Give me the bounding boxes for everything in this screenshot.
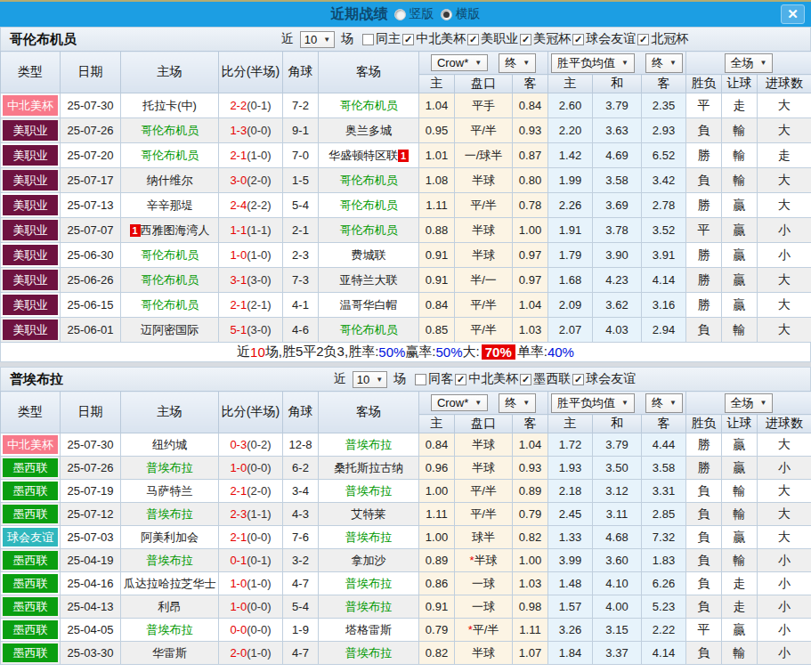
league-filter-checkbox[interactable]: ✓美冠杯 bbox=[520, 31, 571, 47]
team-name-text: 哥伦布机员 bbox=[340, 223, 398, 237]
league-filter-checkbox[interactable]: ✓墨西联 bbox=[520, 371, 571, 387]
odds-company-select[interactable]: Crow* ▼ bbox=[431, 54, 488, 71]
halftime-score: (1-0) bbox=[247, 149, 271, 162]
avg-home-cell: 1.33 bbox=[548, 526, 593, 549]
fulltime-score: 3-0 bbox=[230, 174, 247, 187]
home-team-cell: 托拉卡(中) bbox=[121, 93, 219, 118]
result-cell: 負 bbox=[686, 526, 722, 549]
checkbox-checked-icon[interactable]: ✓ bbox=[520, 374, 531, 385]
red-card-badge: 1 bbox=[130, 224, 141, 237]
result-cell: 負 bbox=[686, 572, 722, 595]
odds-home-cell: 0.79 bbox=[419, 619, 455, 642]
radio-selected-icon[interactable] bbox=[441, 9, 452, 20]
goals-result-cell: 大 bbox=[758, 503, 811, 526]
chevron-down-icon: ▼ bbox=[760, 59, 767, 67]
odds-company-select[interactable]: Crow* ▼ bbox=[431, 394, 488, 411]
avg-home-cell: 1.68 bbox=[548, 268, 593, 293]
avg-draw-cell: 3.79 bbox=[593, 93, 642, 118]
match-row: 美职业25-07-071西雅图海湾人1-1(1-1)2-1哥伦布机员0.88半球… bbox=[1, 218, 811, 243]
layout-radio-horizontal[interactable]: 横版 bbox=[441, 6, 481, 22]
summary-segment: 50% bbox=[436, 344, 463, 360]
recent-count-select[interactable]: 10 ▼ bbox=[300, 31, 335, 48]
checkbox-unchecked-icon[interactable] bbox=[415, 374, 426, 385]
home-team-cell: 纳什维尔 bbox=[121, 168, 219, 193]
avg-final-select[interactable]: 终 ▼ bbox=[645, 393, 683, 413]
home-team-cell: 哥伦布机员 bbox=[121, 268, 219, 293]
league-filter-checkbox[interactable]: ✓中北美杯 bbox=[455, 371, 518, 387]
league-filter-checkbox[interactable]: ✓美职业 bbox=[467, 31, 518, 47]
halftime-score: (0-0) bbox=[247, 600, 271, 613]
handicap-cell: 一球 bbox=[455, 595, 513, 619]
avg-draw-cell: 4.03 bbox=[593, 318, 642, 343]
checkbox-unchecked-icon[interactable] bbox=[362, 34, 374, 45]
col-away: 客场 bbox=[319, 52, 419, 93]
layout-radio-vertical[interactable]: 竖版 bbox=[394, 6, 434, 22]
league-filter-checkbox[interactable]: ✓北冠杯 bbox=[637, 31, 688, 47]
odds-final-select[interactable]: 终 ▼ bbox=[499, 53, 536, 73]
team-name-text: 塔格雷斯 bbox=[345, 623, 392, 636]
match-date-cell: 25-06-01 bbox=[61, 318, 121, 343]
handicap-result-cell: 贏 bbox=[722, 619, 758, 642]
odds-home-cell: 1.11 bbox=[419, 503, 455, 526]
close-button[interactable]: ✕ bbox=[781, 4, 805, 24]
league-filter-checkbox[interactable]: ✓球会友谊 bbox=[572, 31, 636, 47]
avg-final-select[interactable]: 终 ▼ bbox=[645, 53, 683, 73]
radio-unselected-icon[interactable] bbox=[394, 9, 406, 20]
avg-dropdown-cell: 胜平负均值 ▼ 终 ▼ bbox=[548, 52, 686, 75]
goals-result-cell: 大 bbox=[758, 118, 811, 143]
odds-home-cell: 1.01 bbox=[419, 143, 455, 168]
league-type-badge: 美职业 bbox=[3, 145, 58, 166]
scope-select[interactable]: 全场 ▼ bbox=[725, 53, 774, 73]
handicap-cell: *半球 bbox=[455, 549, 513, 572]
league-type-badge: 墨西联 bbox=[3, 597, 58, 616]
away-team-cell: 普埃布拉 bbox=[319, 480, 419, 503]
sub-col-result: 胜负 bbox=[686, 75, 722, 93]
avg-draw-cell: 4.68 bbox=[593, 526, 642, 549]
checkbox-checked-icon[interactable]: ✓ bbox=[637, 34, 649, 45]
avg-draw-cell: 3.15 bbox=[593, 619, 642, 642]
odds-final-select[interactable]: 终 ▼ bbox=[499, 393, 536, 413]
avg-home-cell: 3.99 bbox=[548, 549, 593, 572]
corner-cell: 4-7 bbox=[283, 572, 319, 595]
score-cell: 3-0(2-0) bbox=[219, 168, 283, 193]
checkbox-checked-icon[interactable]: ✓ bbox=[520, 34, 531, 45]
handicap-cell: 平/半 bbox=[455, 318, 513, 343]
avg-away-cell: 4.44 bbox=[642, 433, 686, 457]
league-filter-checkbox[interactable]: ✓中北美杯 bbox=[402, 31, 466, 47]
chevron-down-icon: ▼ bbox=[669, 399, 677, 407]
league-filter-checkbox[interactable]: 同客 bbox=[415, 371, 453, 387]
league-type-cell: 美职业 bbox=[1, 168, 61, 193]
checkbox-checked-icon[interactable]: ✓ bbox=[455, 374, 466, 385]
handicap-result-cell: 走 bbox=[722, 595, 758, 619]
avg-home-cell: 3.26 bbox=[548, 619, 593, 642]
away-team-cell: 华盛顿特区联1 bbox=[319, 143, 419, 168]
odds-home-cell: 1.04 bbox=[419, 93, 455, 118]
home-team-cell: 哥伦布机员 bbox=[121, 118, 219, 143]
avg-type-select[interactable]: 胜平负均值 ▼ bbox=[551, 393, 635, 413]
sub-col-avg-draw: 和 bbox=[593, 75, 642, 93]
checkbox-checked-icon[interactable]: ✓ bbox=[402, 34, 414, 45]
checkbox-checked-icon[interactable]: ✓ bbox=[467, 34, 479, 45]
avg-home-cell: 2.20 bbox=[548, 118, 593, 143]
scope-select[interactable]: 全场 ▼ bbox=[725, 393, 774, 413]
league-type-cell: 美职业 bbox=[1, 293, 61, 318]
checkbox-checked-icon[interactable]: ✓ bbox=[572, 34, 584, 45]
corner-cell: 2-1 bbox=[283, 218, 319, 243]
col-away: 客场 bbox=[319, 392, 419, 433]
avg-draw-cell: 3.11 bbox=[593, 503, 642, 526]
league-filters: 同客✓中北美杯✓墨西联✓球会友谊 bbox=[415, 371, 637, 387]
odds-away-cell: 1.11 bbox=[513, 619, 548, 642]
league-filter-checkbox[interactable]: ✓球会友谊 bbox=[572, 371, 636, 387]
home-team-cell: 普埃布拉 bbox=[121, 457, 219, 480]
league-filter-checkbox[interactable]: 同主 bbox=[362, 31, 401, 47]
section-header-row: 哥伦布机员 近 10 ▼ 场 同主✓中北美杯✓美职业✓美冠杯✓球会友谊✓北冠杯 bbox=[0, 27, 811, 51]
league-type-badge: 美职业 bbox=[3, 245, 58, 265]
fulltime-score: 1-0 bbox=[230, 600, 247, 613]
recent-count-select[interactable]: 10 ▼ bbox=[353, 371, 387, 388]
handicap-result-cell: 贏 bbox=[722, 526, 758, 549]
recent-count-value: 10 bbox=[357, 373, 369, 386]
odds-company-value: Crow* bbox=[437, 396, 468, 409]
matches-table: 类型 日期 主场 比分(半场) 角球 客场 Crow* ▼ 终 bbox=[0, 391, 811, 665]
checkbox-checked-icon[interactable]: ✓ bbox=[572, 374, 584, 385]
avg-type-select[interactable]: 胜平负均值 ▼ bbox=[551, 53, 635, 73]
